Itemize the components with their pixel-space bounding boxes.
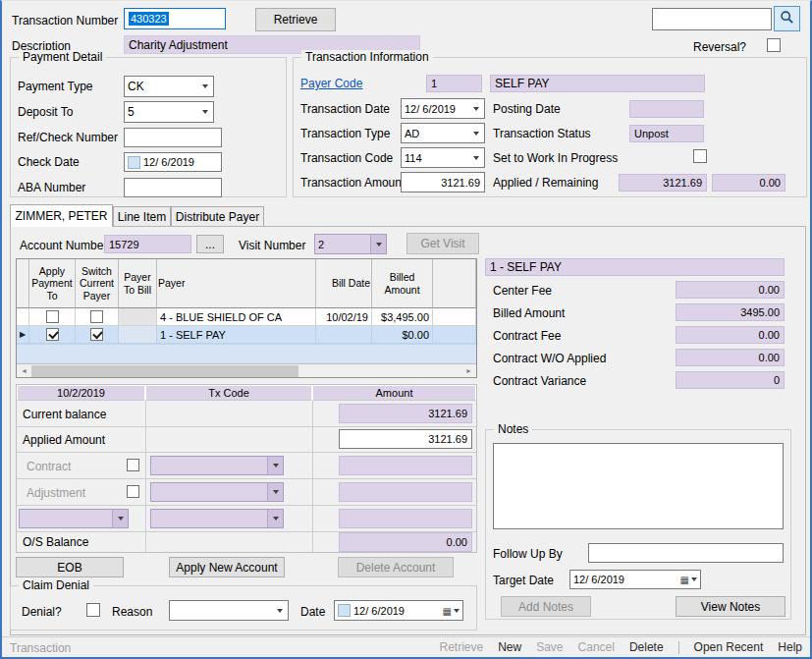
payer-row[interactable]: 4 - BLUE SHIELD OF CA 10/02/19 $3,495.00: [17, 308, 476, 326]
status-separator: [678, 641, 679, 654]
tab-line-item[interactable]: Line Item: [113, 206, 171, 227]
col-switch-payer: Switch Current Payer: [76, 259, 119, 308]
payer-name-field: SELF PAY: [490, 75, 705, 92]
apply-new-account-button[interactable]: Apply New Account: [169, 557, 285, 577]
transaction-date-combo[interactable]: 12/ 6/2019: [401, 98, 485, 119]
chevron-down-icon: [267, 457, 283, 474]
payer-to-bill-cell: [119, 308, 157, 326]
transaction-type-combo[interactable]: AD: [401, 123, 485, 143]
status-save[interactable]: Save: [536, 640, 563, 654]
eob-button[interactable]: EOB: [16, 557, 124, 577]
payer-grid-header: Apply Payment To Switch Current Payer Pa…: [17, 259, 476, 308]
switch-cell: [76, 308, 119, 326]
adjustment-checkbox[interactable]: [127, 485, 139, 498]
notes-textarea[interactable]: [493, 443, 784, 529]
chevron-down-icon: [272, 601, 288, 620]
transaction-info-title: Transaction Information: [301, 50, 433, 65]
denial-date-picker[interactable]: 12/ 6/2019: [334, 600, 463, 621]
payment-type-combo[interactable]: CK: [124, 76, 214, 97]
transaction-amount-input[interactable]: [401, 172, 485, 192]
check-date-checkbox[interactable]: [128, 156, 140, 169]
bill-date-cell: 10/02/19: [316, 308, 372, 326]
status-new[interactable]: New: [498, 640, 521, 654]
payer-grid: Apply Payment To Switch Current Payer Pa…: [16, 258, 477, 378]
status-cancel[interactable]: Cancel: [578, 640, 615, 654]
transaction-code-combo[interactable]: 114: [401, 147, 485, 168]
applied-remaining-label: Applied / Remaining: [493, 176, 598, 190]
visit-number-combo[interactable]: 2: [314, 234, 387, 254]
denial-reason-combo[interactable]: [169, 600, 289, 621]
switch-cell: [76, 326, 119, 344]
switch-payer-checkbox[interactable]: [90, 328, 103, 341]
chevron-down-icon: [267, 483, 283, 501]
tab-patient[interactable]: ZIMMER, PETER: [10, 204, 113, 227]
account-browse-button[interactable]: ...: [196, 235, 224, 253]
applied-amount-input[interactable]: [339, 429, 472, 449]
contract-wo-applied-field: 0.00: [676, 349, 785, 366]
claim-denial-title: Claim Denial: [19, 578, 93, 593]
apply-payment-checkbox[interactable]: [46, 310, 59, 323]
switch-payer-checkbox[interactable]: [90, 310, 103, 323]
status-delete[interactable]: Delete: [629, 640, 664, 654]
add-notes-button[interactable]: Add Notes: [501, 596, 591, 617]
transaction-number-input[interactable]: 430323: [124, 8, 226, 29]
target-date-picker[interactable]: 12/ 6/2019: [569, 570, 701, 589]
col-billed-amount: Billed Amount: [372, 259, 433, 308]
extra-amount-field: [339, 509, 472, 528]
billed-amount-cell: $0.00: [372, 326, 433, 344]
apply-payment-checkbox[interactable]: [46, 328, 59, 341]
payer-code-field: 1: [426, 75, 482, 92]
scroll-right-arrow-icon[interactable]: [461, 364, 476, 378]
chevron-down-icon: [197, 77, 213, 96]
scrollbar-thumb[interactable]: [31, 365, 298, 377]
view-notes-button[interactable]: View Notes: [676, 596, 785, 617]
check-date-label: Check Date: [18, 155, 80, 169]
get-visit-button[interactable]: Get Visit: [406, 233, 479, 254]
tab-distribute-payer[interactable]: Distribute Payer: [171, 206, 264, 227]
adjustment-amount-field: [339, 482, 472, 502]
payer-to-bill-cell: [119, 326, 157, 344]
extra-code-combo[interactable]: [150, 509, 284, 528]
delete-account-button[interactable]: Delete Account: [338, 557, 454, 577]
reversal-checkbox[interactable]: [767, 38, 781, 52]
grid-empty-area: [17, 344, 476, 363]
status-open-recent[interactable]: Open Recent: [694, 640, 764, 654]
status-help[interactable]: Help: [778, 640, 802, 654]
payer-code-link[interactable]: Payer Code: [300, 77, 362, 90]
visit-number-label: Visit Number: [239, 239, 305, 252]
grid-horizontal-scrollbar[interactable]: [17, 363, 476, 377]
contract-fee-label: Contract Fee: [493, 329, 561, 343]
adjustment-code-combo[interactable]: [150, 482, 284, 502]
os-balance-field: 0.00: [339, 532, 472, 552]
denial-label: Denial?: [22, 605, 62, 619]
deposit-to-combo[interactable]: 5: [124, 101, 214, 123]
status-retrieve[interactable]: Retrieve: [439, 640, 483, 654]
status-bar: Transaction Retrieve New Save Cancel Del…: [2, 636, 810, 657]
search-button[interactable]: [774, 6, 800, 31]
transaction-status-label: Transaction Status: [493, 127, 591, 140]
retrieve-button[interactable]: Retrieve: [255, 8, 336, 31]
scroll-left-arrow-icon[interactable]: [17, 364, 31, 378]
contract-code-combo[interactable]: [150, 456, 284, 475]
check-date-value: 12/ 6/2019: [143, 156, 194, 168]
transaction-window: Transaction Number 430323 Retrieve Descr…: [0, 0, 812, 659]
contract-checkbox[interactable]: [127, 459, 139, 471]
apply-cell: [29, 308, 76, 326]
deposit-to-label: Deposit To: [18, 105, 73, 119]
billed-amount-field: 3495.00: [676, 303, 785, 321]
remaining-amount-field: 0.00: [712, 174, 785, 192]
payer-row-selected[interactable]: 1 - SELF PAY $0.00: [17, 326, 476, 344]
work-in-progress-checkbox[interactable]: [693, 149, 707, 163]
denial-date-checkbox[interactable]: [338, 604, 351, 617]
transaction-code-label: Transaction Code: [300, 151, 393, 165]
quick-search-input[interactable]: [652, 8, 772, 30]
tx-code-header: Tx Code: [145, 385, 312, 401]
follow-up-by-input[interactable]: [588, 543, 784, 563]
chevron-down-icon: [691, 577, 697, 581]
aba-number-input[interactable]: [124, 178, 222, 197]
check-date-picker[interactable]: 12/ 6/2019: [124, 152, 222, 172]
denial-checkbox[interactable]: [86, 603, 100, 617]
col-apply-payment: Apply Payment To: [29, 259, 76, 308]
ref-check-number-input[interactable]: [124, 128, 222, 147]
extra-type-combo[interactable]: [19, 509, 129, 528]
